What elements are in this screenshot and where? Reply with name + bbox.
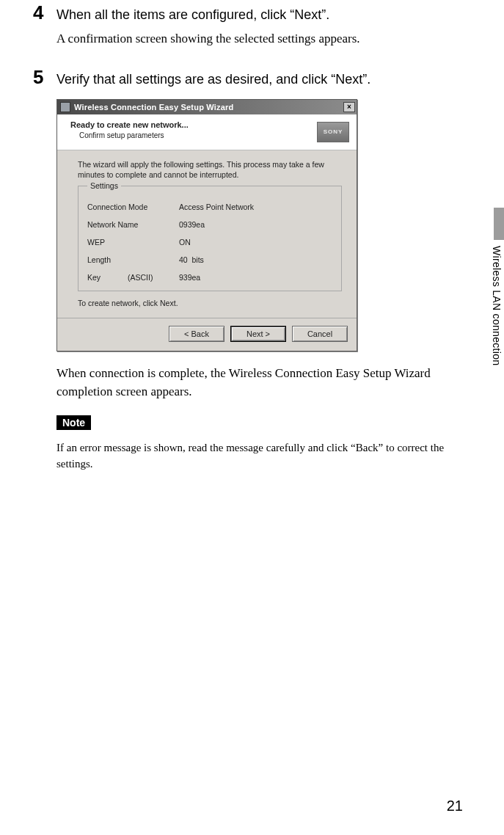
settings-legend: Settings (87, 181, 121, 190)
window-icon (60, 102, 70, 112)
close-icon[interactable]: × (343, 102, 355, 112)
setting-row-wep: WEP ON (87, 238, 332, 247)
page-number: 21 (447, 798, 463, 814)
side-tab-marker (494, 208, 504, 240)
next-button[interactable]: Next > (230, 326, 286, 342)
settings-group: Settings Connection Mode Access Point Ne… (78, 186, 342, 291)
step-4-title: When all the items are configured, click… (56, 6, 329, 23)
step-5-title: Verify that all settings are as desired,… (56, 70, 370, 88)
setting-label: Length (87, 255, 179, 264)
dialog-titlebar: Wireless Connection Easy Setup Wizard × (57, 100, 357, 114)
setting-value: ON (179, 238, 191, 247)
dialog-subheading: Confirm setup parameters (70, 131, 317, 139)
cancel-button[interactable]: Cancel (292, 326, 348, 342)
dialog-info-text: The wizard will apply the following sett… (78, 159, 342, 180)
setting-value: 939ea (179, 273, 200, 282)
note-label: Note (56, 415, 91, 430)
setting-label: WEP (87, 238, 179, 247)
setting-value: 40 bits (179, 255, 204, 264)
setting-label: Network Name (87, 220, 179, 229)
setting-value: 0939ea (179, 220, 205, 229)
setting-row-length: Length 40 bits (87, 255, 332, 264)
setting-value: Access Point Network (179, 203, 254, 211)
setting-row-mode: Connection Mode Access Point Network (87, 203, 332, 211)
completion-text: When connection is complete, the Wireles… (56, 365, 467, 401)
setting-row-name: Network Name 0939ea (87, 220, 332, 229)
step-5-number: 5 (33, 66, 56, 89)
dialog-heading: Ready to create new network... (70, 120, 317, 129)
note-text: If an error message is shown, read the m… (56, 440, 467, 473)
section-label: Wireless LAN connection (491, 246, 503, 365)
step-4-number: 4 (33, 1, 56, 24)
wizard-screenshot: Wireless Connection Easy Setup Wizard × … (56, 99, 467, 351)
setting-label: Connection Mode (87, 203, 179, 211)
sony-logo: SONY (317, 122, 349, 142)
setting-row-key: Key(ASCII) 939ea (87, 273, 332, 282)
step-4-body: A confirmation screen showing the select… (56, 30, 467, 48)
window-title: Wireless Connection Easy Setup Wizard (74, 103, 343, 112)
back-button[interactable]: < Back (169, 326, 224, 342)
create-network-text: To create network, click Next. (78, 299, 342, 307)
setting-label: Key(ASCII) (87, 273, 179, 282)
